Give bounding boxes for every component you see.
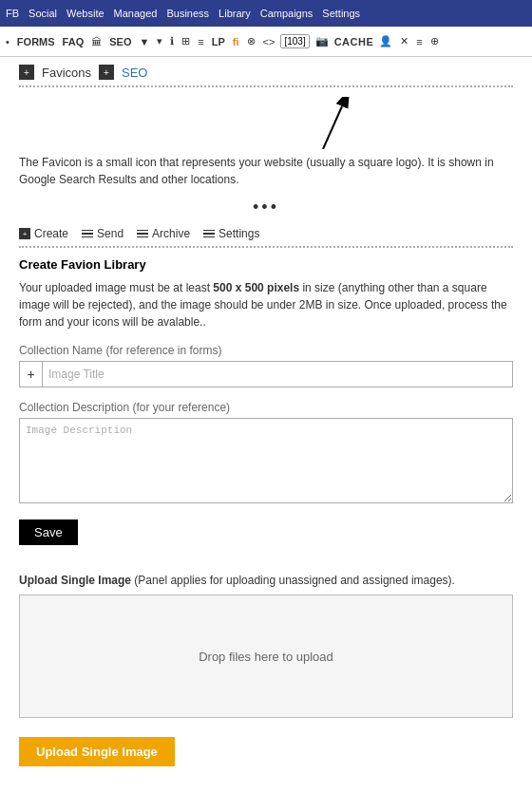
toolbar-add-icon[interactable]: ⊕ bbox=[428, 35, 441, 47]
toolbar-close-icon[interactable]: ✕ bbox=[398, 35, 410, 47]
drop-zone-text: Drop files here to upload bbox=[199, 650, 333, 664]
upload-single-image-button[interactable]: Upload Single Image bbox=[19, 737, 175, 766]
collection-name-input[interactable] bbox=[43, 368, 512, 381]
main-content: + Favicons + SEO The Favicon is a small … bbox=[0, 57, 532, 785]
nav-item-managed[interactable]: Managed bbox=[114, 8, 158, 19]
top-nav: FB Social Website Managed Business Libra… bbox=[0, 0, 532, 27]
toolbar-lp[interactable]: LP bbox=[210, 36, 227, 47]
upload-label-bold: Upload Single Image bbox=[19, 574, 131, 587]
sub-nav-archive[interactable]: Archive bbox=[137, 227, 190, 240]
toolbar-info-icon[interactable]: ℹ bbox=[168, 35, 176, 47]
nav-item-business[interactable]: Business bbox=[166, 8, 209, 19]
nav-item-campaigns[interactable]: Campaigns bbox=[260, 8, 314, 19]
toolbar-dot: • bbox=[4, 36, 11, 47]
nav-item-website[interactable]: Website bbox=[66, 8, 104, 19]
svg-line-1 bbox=[323, 106, 342, 149]
toolbar-user-icon[interactable]: 👤 bbox=[377, 35, 394, 47]
top-divider bbox=[19, 85, 513, 87]
arrow-area bbox=[19, 97, 513, 154]
info-bold: 500 x 500 pixels bbox=[213, 281, 299, 294]
settings-label: Settings bbox=[218, 227, 259, 240]
toolbar-faq[interactable]: FAQ bbox=[61, 36, 86, 47]
sub-nav-divider bbox=[19, 246, 513, 248]
archive-label: Archive bbox=[152, 227, 190, 240]
collection-name-input-wrapper: + bbox=[19, 361, 513, 387]
nav-item-social[interactable]: Social bbox=[28, 8, 57, 19]
favicons-title: Favicons bbox=[42, 66, 91, 80]
send-lines-icon bbox=[82, 230, 93, 238]
create-label: Create bbox=[34, 227, 68, 240]
three-dots: ••• bbox=[19, 198, 513, 217]
section-header: + Favicons + SEO bbox=[19, 65, 513, 80]
toolbar-grid-icon[interactable]: ⊞ bbox=[180, 35, 192, 47]
collection-name-sub: (for reference in forms) bbox=[105, 344, 221, 357]
toolbar-seo[interactable]: SEO bbox=[107, 36, 133, 47]
sub-nav: + Create Send Archive Settings bbox=[19, 227, 513, 240]
toolbar-forms[interactable]: FORMS bbox=[15, 36, 57, 47]
arrow-pointer bbox=[314, 97, 370, 149]
save-button[interactable]: Save bbox=[19, 519, 78, 545]
create-plus-icon: + bbox=[19, 228, 30, 239]
create-section: Create Favion Library Your uploaded imag… bbox=[19, 257, 513, 574]
sub-nav-send[interactable]: Send bbox=[82, 227, 124, 240]
settings-lines-icon bbox=[203, 230, 215, 238]
toolbar-list-icon[interactable]: ≡ bbox=[196, 36, 205, 47]
seo-title[interactable]: SEO bbox=[122, 66, 147, 80]
collection-desc-textarea[interactable] bbox=[19, 418, 513, 503]
collection-name-plus-btn[interactable]: + bbox=[20, 362, 43, 387]
upload-section: Upload Single Image (Panel applies for u… bbox=[19, 574, 513, 766]
toolbar-badge: [103] bbox=[280, 34, 309, 48]
sub-nav-create[interactable]: + Create bbox=[19, 227, 68, 240]
toolbar-menu-icon[interactable]: ≡ bbox=[414, 36, 424, 47]
create-info: Your uploaded image must be at least 500… bbox=[19, 279, 513, 330]
seo-icon-btn[interactable]: + bbox=[99, 65, 114, 80]
toolbar-camera-icon[interactable]: 📷 bbox=[314, 35, 331, 47]
upload-label: Upload Single Image (Panel applies for u… bbox=[19, 574, 513, 587]
collection-desc-label: Collection Description (for your referen… bbox=[19, 401, 513, 414]
collection-desc-sub: (for your reference) bbox=[132, 401, 230, 414]
send-label: Send bbox=[97, 227, 124, 240]
toolbar-code-icon[interactable]: <> bbox=[261, 36, 277, 47]
nav-item-fb[interactable]: FB bbox=[6, 8, 19, 19]
info-prefix: Your uploaded image must be at least bbox=[19, 281, 213, 294]
toolbar: • FORMS FAQ 🏛 SEO ▼ ▾ ℹ ⊞ ≡ LP fi ⊗ <> [… bbox=[0, 27, 532, 57]
upload-label-rest: (Panel applies for uploading unassigned … bbox=[131, 574, 455, 587]
favicons-icon-btn[interactable]: + bbox=[19, 65, 34, 80]
sub-nav-settings[interactable]: Settings bbox=[203, 227, 259, 240]
nav-item-library[interactable]: Library bbox=[218, 8, 251, 19]
toolbar-fi[interactable]: fi bbox=[231, 36, 241, 47]
toolbar-cross-icon[interactable]: ⊗ bbox=[245, 35, 257, 47]
nav-item-settings[interactable]: Settings bbox=[322, 8, 360, 19]
toolbar-filter-icon[interactable]: ▼ bbox=[137, 36, 151, 47]
create-heading: Create Favion Library bbox=[19, 257, 513, 272]
archive-lines-icon bbox=[137, 230, 148, 238]
toolbar-pillar-icon[interactable]: 🏛 bbox=[89, 36, 104, 47]
drop-zone[interactable]: Drop files here to upload bbox=[19, 595, 513, 718]
toolbar-chevron-icon[interactable]: ▾ bbox=[155, 35, 164, 47]
favicon-description: The Favicon is a small icon that represe… bbox=[19, 154, 513, 188]
collection-name-label: Collection Name (for reference in forms) bbox=[19, 344, 513, 357]
toolbar-cache-label: CACHE bbox=[334, 36, 374, 47]
